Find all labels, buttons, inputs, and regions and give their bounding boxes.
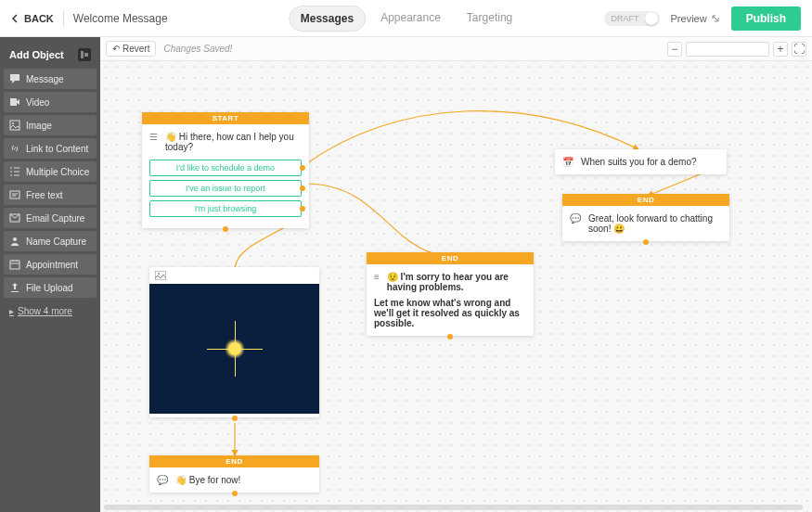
sidebar-item-label: Email Capture: [26, 213, 84, 224]
preview-button[interactable]: Preview: [671, 13, 720, 24]
revert-button[interactable]: ↶ Revert: [106, 41, 156, 57]
text-icon: [9, 189, 20, 200]
svg-rect-0: [81, 51, 84, 58]
output-port[interactable]: [643, 239, 649, 245]
draft-label: DRAFT: [612, 14, 639, 23]
node-text-line2: Let me know what's wrong and we'll get i…: [374, 298, 526, 328]
option-issue-report[interactable]: I've an issue to report: [149, 180, 302, 197]
sidebar-item-video[interactable]: Video: [4, 92, 97, 112]
preview-label: Preview: [671, 13, 707, 24]
list-icon: ☰: [149, 132, 158, 142]
video-icon: [9, 96, 20, 108]
chat-icon: [9, 73, 20, 84]
option-schedule-demo[interactable]: I'd like to schedule a demo: [149, 160, 302, 176]
node-issue-end[interactable]: END ≡ 😟 I'm sorry to hear you are having…: [367, 252, 534, 336]
fit-screen-button[interactable]: ⛶: [792, 42, 806, 57]
node-text: When suits you for a demo?: [581, 157, 697, 167]
output-port[interactable]: [223, 226, 228, 232]
sidebar-item-free-text[interactable]: Free text: [4, 185, 97, 205]
sidebar-item-label: Multiple Choice: [26, 167, 89, 177]
node-tag: END: [562, 194, 729, 206]
node-text: 👋 Hi there, how can I help you today?: [165, 132, 302, 152]
sidebar-item-label: Free text: [26, 190, 62, 200]
sidebar-item-label: Link to Content: [26, 144, 88, 154]
sidebar-item-label: Image: [26, 121, 52, 131]
revert-label: Revert: [122, 44, 149, 54]
node-tag: END: [149, 455, 319, 467]
svg-point-7: [13, 237, 17, 241]
sidebar-item-link-to-content[interactable]: Link to Content: [4, 138, 97, 159]
sidebar-heading: Add Object: [9, 49, 64, 60]
show-more-label: Show 4 more: [18, 306, 72, 316]
sidebar-item-label: Video: [26, 97, 49, 108]
svg-point-10: [158, 273, 160, 275]
image-preview: [149, 284, 319, 414]
node-tag: START: [142, 112, 309, 124]
svg-rect-3: [10, 121, 19, 130]
external-link-icon: [711, 14, 720, 23]
option-just-browsing[interactable]: I'm just browsing: [149, 200, 302, 217]
chat-icon: 💬: [157, 475, 168, 485]
image-icon: [155, 271, 166, 280]
sidebar: Add Object MessageVideoImageLink to Cont…: [0, 37, 100, 512]
zoom-in-button[interactable]: +: [773, 42, 788, 57]
node-chat-end[interactable]: END 💬 Great, look forward to chatting so…: [562, 194, 729, 241]
node-text: 👋 Bye for now!: [175, 475, 240, 485]
caret-right-icon: ▸: [9, 306, 14, 316]
tab-targeting[interactable]: Targeting: [456, 6, 523, 32]
sidebar-item-image[interactable]: Image: [4, 115, 97, 135]
horizontal-scrollbar[interactable]: [104, 505, 803, 510]
sidebar-item-appointment[interactable]: Appointment: [4, 254, 97, 275]
svg-rect-2: [10, 98, 17, 106]
sidebar-item-message[interactable]: Message: [4, 69, 97, 89]
node-image[interactable]: [149, 267, 319, 417]
node-text-line1: 😟 I'm sorry to hear you are having probl…: [387, 272, 509, 292]
sidebar-item-label: File Upload: [26, 283, 73, 293]
mail-icon: [9, 212, 20, 224]
page-title: Welcome Message: [73, 12, 168, 25]
text-icon: ≡: [374, 272, 380, 292]
svg-rect-8: [10, 261, 19, 269]
output-port[interactable]: [447, 334, 453, 339]
sidebar-item-email-capture[interactable]: Email Capture: [4, 208, 97, 228]
node-bye-end[interactable]: END 💬 👋 Bye for now!: [149, 455, 319, 493]
back-button[interactable]: BACK: [11, 13, 54, 24]
toggle-knob: [645, 12, 658, 25]
sidebar-item-multiple-choice[interactable]: Multiple Choice: [4, 161, 97, 182]
collapse-sidebar-icon[interactable]: [78, 48, 91, 61]
draft-toggle[interactable]: DRAFT: [604, 11, 660, 26]
node-text: Great, look forward to chatting soon! 😀: [588, 213, 722, 234]
calendar-icon: [9, 259, 20, 270]
glow-icon: [225, 339, 245, 359]
zoom-slider[interactable]: [686, 42, 769, 57]
list-icon: [9, 166, 20, 177]
node-demo[interactable]: 📅 When suits you for a demo?: [555, 149, 727, 174]
output-port[interactable]: [232, 491, 238, 496]
show-more-link[interactable]: ▸ Show 4 more: [4, 301, 97, 322]
chevron-left-icon: [11, 14, 20, 23]
undo-icon: ↶: [112, 44, 120, 54]
output-port[interactable]: [232, 416, 238, 421]
divider: [63, 10, 64, 27]
upload-icon: [9, 282, 20, 293]
link-icon: [9, 143, 20, 154]
flow-canvas[interactable]: START ☰ 👋 Hi there, how can I help you t…: [100, 61, 812, 512]
node-start[interactable]: START ☰ 👋 Hi there, how can I help you t…: [142, 112, 309, 228]
user-icon: [9, 236, 20, 247]
calendar-icon: 📅: [562, 157, 574, 167]
chat-icon: 💬: [570, 213, 581, 224]
sidebar-item-name-capture[interactable]: Name Capture: [4, 231, 97, 251]
svg-rect-1: [84, 53, 88, 57]
publish-button[interactable]: Publish: [731, 6, 801, 31]
tab-appearance[interactable]: Appearance: [369, 6, 452, 32]
svg-rect-5: [10, 191, 19, 198]
save-status: Changes Saved!: [163, 44, 232, 54]
sidebar-item-label: Message: [26, 74, 64, 84]
back-label: BACK: [24, 13, 54, 24]
tab-messages[interactable]: Messages: [289, 6, 366, 32]
image-icon: [9, 120, 20, 131]
sidebar-item-label: Name Capture: [26, 237, 86, 247]
sidebar-item-label: Appointment: [26, 260, 78, 270]
sidebar-item-file-upload[interactable]: File Upload: [4, 277, 97, 298]
zoom-out-button[interactable]: −: [667, 42, 682, 57]
